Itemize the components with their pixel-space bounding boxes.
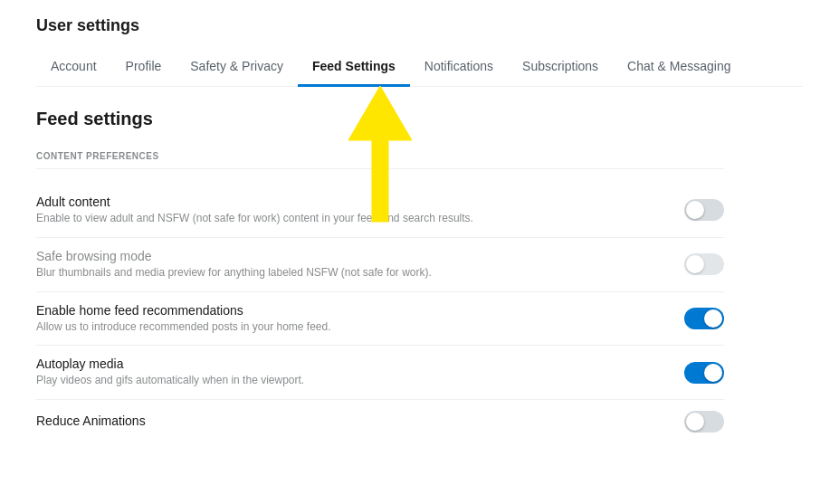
- toggle-home-feed[interactable]: [684, 308, 724, 329]
- setting-name-home: Enable home feed recommendations: [36, 303, 648, 318]
- toggle-track-autoplay[interactable]: [684, 362, 724, 384]
- tab-profile[interactable]: Profile: [111, 48, 176, 87]
- toggle-track-reduce[interactable]: [684, 411, 724, 433]
- toggle-thumb-reduce: [686, 413, 704, 431]
- toggle-track-safe[interactable]: [684, 253, 724, 275]
- setting-info-reduce: Reduce Animations: [36, 414, 684, 430]
- nav-tabs: Account Profile Safety & Privacy Feed Se…: [36, 48, 803, 87]
- tab-chat[interactable]: Chat & Messaging: [613, 48, 745, 87]
- toggle-thumb-safe: [686, 255, 704, 273]
- page-title: User settings: [36, 0, 803, 48]
- setting-desc-autoplay: Play videos and gifs automatically when …: [36, 373, 648, 388]
- toggle-thumb-autoplay: [704, 364, 722, 382]
- toggle-thumb-adult: [686, 201, 704, 219]
- toggle-thumb-home: [704, 309, 722, 328]
- setting-info-safe: Safe browsing mode Blur thumbnails and m…: [36, 249, 684, 281]
- tab-account[interactable]: Account: [36, 48, 111, 87]
- toggle-track-home[interactable]: [684, 308, 724, 329]
- setting-row-autoplay: Autoplay media Play videos and gifs auto…: [36, 346, 724, 400]
- setting-name-safe: Safe browsing mode: [36, 249, 648, 263]
- toggle-adult-content[interactable]: [684, 199, 724, 221]
- annotation-arrow: [348, 86, 412, 240]
- setting-info-autoplay: Autoplay media Play videos and gifs auto…: [36, 357, 684, 388]
- setting-row-safe-browsing: Safe browsing mode Blur thumbnails and m…: [36, 238, 724, 292]
- setting-desc-safe: Blur thumbnails and media preview for an…: [36, 265, 648, 281]
- setting-row-home-feed: Enable home feed recommendations Allow u…: [36, 292, 724, 347]
- setting-desc-home: Allow us to introduce recommended posts …: [36, 319, 648, 335]
- setting-desc-adult: Enable to view adult and NSFW (not safe …: [36, 211, 648, 226]
- setting-row-reduce-animations: Reduce Animations: [36, 400, 724, 443]
- tab-feed[interactable]: Feed Settings: [298, 48, 410, 87]
- setting-name-reduce: Reduce Animations: [36, 414, 648, 428]
- svg-rect-0: [372, 131, 388, 222]
- toggle-safe-browsing[interactable]: [684, 253, 724, 275]
- setting-name-autoplay: Autoplay media: [36, 357, 648, 371]
- toggle-track-adult[interactable]: [684, 199, 724, 221]
- svg-marker-1: [348, 86, 412, 140]
- tab-notifications[interactable]: Notifications: [410, 48, 508, 87]
- setting-info-home: Enable home feed recommendations Allow u…: [36, 303, 684, 335]
- tab-safety[interactable]: Safety & Privacy: [176, 48, 298, 87]
- toggle-autoplay[interactable]: [684, 362, 724, 384]
- toggle-reduce-animations[interactable]: [684, 411, 724, 433]
- setting-name-adult: Adult content: [36, 195, 648, 209]
- tab-subscriptions[interactable]: Subscriptions: [508, 48, 613, 87]
